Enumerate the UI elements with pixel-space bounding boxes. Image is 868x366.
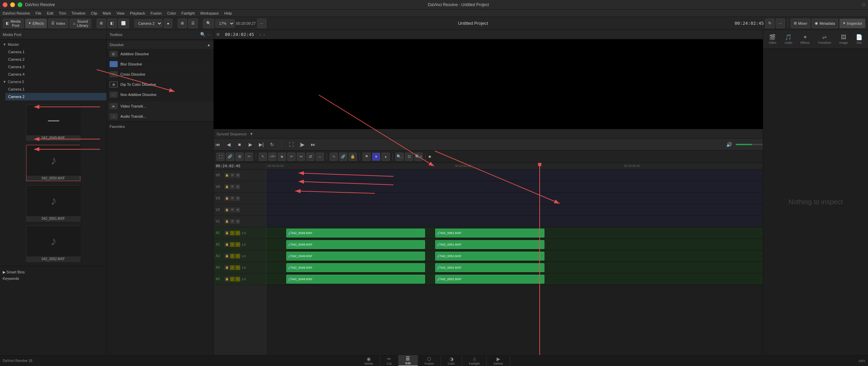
maximize-button[interactable] <box>18 2 22 7</box>
cam-indicator[interactable]: ● <box>164 19 172 28</box>
clip-a1-0051[interactable]: 🔗 042_0051.MXF <box>435 229 544 237</box>
tl-zoom-out[interactable]: 🔍- <box>396 153 404 161</box>
menu-mark[interactable]: Mark <box>103 11 111 15</box>
effect-additive-dissolve[interactable]: ◧ Additive Dissolve <box>107 49 213 59</box>
transport-next-frame[interactable]: ▶| <box>257 140 265 149</box>
transport-end[interactable]: ⏭ <box>309 140 317 149</box>
mixer-btn[interactable]: ⊞ Mixer <box>791 19 810 28</box>
menu-edit[interactable]: Edit <box>47 11 53 15</box>
preview-nav-next[interactable]: › <box>264 33 265 37</box>
a2-solo[interactable]: S <box>230 242 235 247</box>
tree-camera1[interactable]: Camera 1 <box>5 48 107 56</box>
tl-dynamic-trim[interactable]: ◈ <box>278 153 286 161</box>
clip-a5-0049[interactable]: 🔗 042_0049.MXF <box>286 275 425 284</box>
clip-a1-0049[interactable]: 🔗 042_0049.MXF <box>286 229 425 237</box>
tl-flag-color[interactable]: ▼ <box>372 153 380 161</box>
a1-mute[interactable]: M <box>235 231 240 235</box>
tl-btn-linked[interactable]: 🔗 <box>226 153 234 161</box>
sync-dropdown-icon[interactable]: ▼ <box>249 132 253 136</box>
v3-lock[interactable]: 🔒 <box>225 196 229 201</box>
inspector-tab-transition[interactable]: ⇌ Transition <box>815 33 834 46</box>
transport-next-marker[interactable]: |▶ <box>298 140 306 149</box>
tl-arrow-tool[interactable]: ↔ <box>316 153 324 161</box>
tl-zoom-fit[interactable]: ⊡ <box>405 153 413 161</box>
a4-mute[interactable]: M <box>235 265 240 270</box>
menu-file[interactable]: File <box>36 11 42 15</box>
zoom-in-btn[interactable]: 🔍 <box>203 19 214 28</box>
effect-blur-dissolve[interactable]: ⬭ Blur Dissolve <box>107 59 213 69</box>
menu-clip[interactable]: Clip <box>91 11 97 15</box>
menu-help[interactable]: Help <box>224 11 232 15</box>
a5-lock[interactable]: 🔒 <box>225 277 229 282</box>
tl-lock-tool[interactable]: 🔒 <box>349 153 357 161</box>
a3-solo[interactable]: S <box>230 254 235 258</box>
transport-prev-frame[interactable]: ◀ <box>225 140 233 149</box>
keywords-item[interactable]: Keywords <box>3 275 104 282</box>
a4-lock[interactable]: 🔒 <box>225 265 229 270</box>
v2-grid[interactable]: ⊞ <box>235 208 240 212</box>
volume-icon[interactable]: 🔊 <box>725 140 733 149</box>
layout-btn-2[interactable]: ◧ <box>107 19 117 28</box>
v3-grid[interactable]: ⊞ <box>235 196 240 201</box>
layout-btn-3[interactable]: ⬜ <box>118 19 129 28</box>
inspector-tab-image[interactable]: 🖼 Image <box>836 33 850 46</box>
clip-a3-0049[interactable]: 🔗 042_0049.MXF <box>286 252 425 261</box>
effect-dip-to-color-dissolve[interactable]: ▣ Dip To Color Dissolve <box>107 79 213 90</box>
inspector-tab-video[interactable]: 🎬 Video <box>766 33 779 46</box>
inspector-tab-file[interactable]: 📄 File <box>853 33 865 46</box>
v1-grid[interactable]: ⊞ <box>235 219 240 224</box>
sound-library-button[interactable]: ♫ Sound Library <box>70 19 91 28</box>
tree-camera4[interactable]: Camera 4 <box>5 71 107 78</box>
tl-btn-blade[interactable]: ✂ <box>245 153 253 161</box>
tl-zoom-in[interactable]: 🔍+ <box>414 153 423 161</box>
media-pool-button[interactable]: ◧ Media Pool <box>3 19 24 28</box>
bottom-tab-color[interactable]: ◑ Color <box>441 355 462 366</box>
tree-master[interactable]: ▼ Master <box>0 41 107 48</box>
media-thumb-0050[interactable]: ♪ 042_0050.MXF <box>26 145 80 181</box>
a1-solo[interactable]: S <box>230 231 235 235</box>
a2-mute[interactable]: M <box>235 242 240 247</box>
index-button[interactable]: ☰ Index <box>48 19 68 28</box>
a4-solo[interactable]: S <box>230 265 235 270</box>
a5-mute[interactable]: M <box>235 277 240 282</box>
a3-mute[interactable]: M <box>235 254 240 258</box>
tree-camera3[interactable]: Camera 3 <box>5 63 107 71</box>
dissolve-section-header[interactable]: Dissolve ▲ <box>107 41 213 49</box>
toolbox-more-button[interactable]: ··· <box>207 32 211 37</box>
a5-solo[interactable]: S <box>230 277 235 282</box>
video-transitions-item[interactable]: ▶ Video Transiti... <box>107 101 213 111</box>
tl-slide-tool[interactable]: ⇄ <box>306 153 314 161</box>
v5-grid[interactable]: ⊞ <box>235 173 240 178</box>
bottom-tab-media[interactable]: ◉ Media <box>358 355 380 366</box>
bottom-tab-edit[interactable]: ☰ Edit <box>399 355 418 366</box>
preview-layout-btn[interactable]: ⊞ <box>216 32 219 37</box>
v1-lock[interactable]: 🔒 <box>225 219 229 224</box>
tree-camera2[interactable]: Camera 2 <box>5 56 107 63</box>
transport-play[interactable]: ▶ <box>246 140 254 149</box>
effects-button[interactable]: ✦ Effects <box>25 19 47 28</box>
menu-fusion[interactable]: Fusion <box>151 11 162 15</box>
list-btn[interactable]: ☰ <box>188 19 198 28</box>
camera-select[interactable]: Camera 2 <box>134 19 162 27</box>
media-thumb-0051[interactable]: ♪ 042_0051.MXF <box>26 185 80 221</box>
tl-link-tool[interactable]: 🔗 <box>339 153 347 161</box>
clip-a3-0052[interactable]: 🔗 042_0052.MXF <box>435 252 544 261</box>
inspector-tab-audio[interactable]: 🎵 Audio <box>782 33 795 46</box>
clip-a4-0049[interactable]: 🔗 042_0049.MXF <box>286 263 425 272</box>
menu-fairlight[interactable]: Fairlight <box>181 11 195 15</box>
menu-trim[interactable]: Trim <box>59 11 66 15</box>
v5-eye[interactable]: 👁 <box>230 173 235 178</box>
tl-flag-btn[interactable]: ⚑ <box>363 153 371 161</box>
tl-curve-tool[interactable]: ∿ <box>330 153 338 161</box>
clip-a2-0049[interactable]: 🔗 042_0049.MXF <box>286 240 425 249</box>
transport-stop[interactable]: ■ <box>235 140 244 149</box>
menu-timeline[interactable]: Timeline <box>72 11 85 15</box>
menu-playback[interactable]: Playback <box>130 11 145 15</box>
v4-grid[interactable]: ⊞ <box>235 185 240 189</box>
toolbox-search-button[interactable]: 🔍 <box>200 32 206 37</box>
layout-btn-1[interactable]: ⊞ <box>97 19 106 28</box>
close-button[interactable] <box>3 2 7 7</box>
transport-loop[interactable]: ↻ <box>268 140 276 149</box>
tl-btn-snap[interactable]: ⊞ <box>235 153 244 161</box>
tl-blade-tool[interactable]: ✂ <box>287 153 295 161</box>
